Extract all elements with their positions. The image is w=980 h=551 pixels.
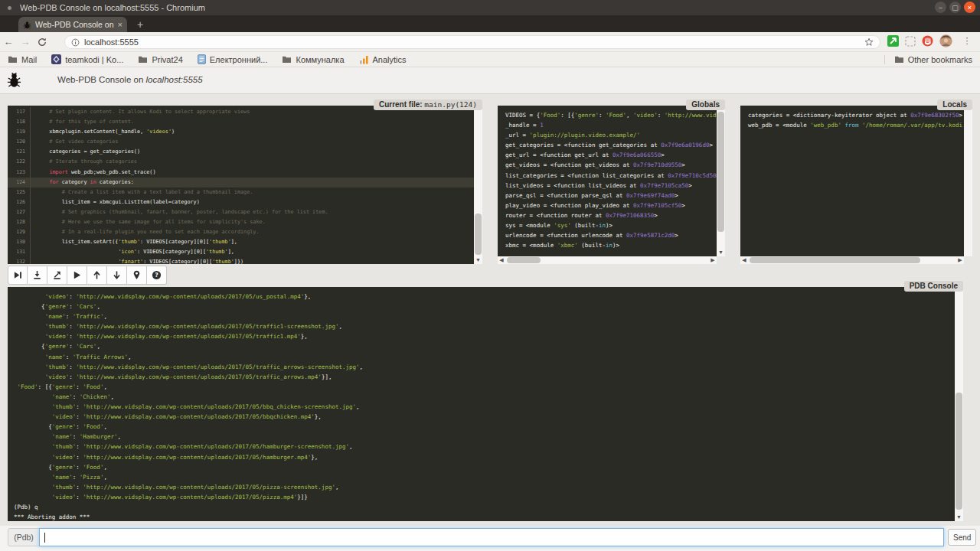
code-line: 119 xbmcplugin.setContent(_handle, 'vide… (8, 127, 474, 137)
globals-horizontal-scrollbar[interactable]: ◀ ▶ (498, 256, 717, 264)
code-line: 131 'icon': VIDEOS[category][0]['thumb']… (8, 247, 474, 257)
back-icon[interactable]: ← (0, 36, 17, 47)
forward-icon[interactable]: → (17, 36, 34, 47)
command-input[interactable] (39, 528, 944, 546)
console-line: {'genre': 'Cars', (14, 341, 955, 351)
globals-view[interactable]: VIDEOS = {'Food': [{'genre': 'Food', 'vi… (498, 106, 717, 256)
bookmark-item[interactable]: Analytics (359, 55, 407, 64)
console-output[interactable]: 'video': 'http://www.vidsplay.com/wp-con… (8, 287, 955, 521)
kodi-icon (51, 54, 61, 64)
console-line: 'video': 'http://www.vidsplay.com/wp-con… (14, 372, 955, 382)
locals-horizontal-scrollbar[interactable]: ◀ ▶ (740, 256, 964, 264)
code-line: 120 # Get video categories (8, 137, 474, 147)
bookmark-item[interactable]: Privat24 (138, 55, 182, 64)
console-vertical-scrollbar[interactable]: ▼ (955, 287, 963, 521)
next-button[interactable] (8, 266, 28, 285)
reload-icon[interactable] (34, 37, 51, 47)
profile-avatar[interactable] (939, 34, 952, 47)
folder-icon (8, 55, 18, 64)
current-file-panel: Current file: main.py(124) 117 # Set plu… (8, 106, 482, 264)
console-line: 'video': 'http://www.vidsplay.com/wp-con… (14, 292, 955, 302)
svg-text:?: ? (155, 272, 158, 279)
document-icon (198, 54, 206, 64)
locals-view[interactable]: categories = <dictionary-keyiterator obj… (740, 106, 964, 256)
console-line: 'Food': [{'genre': 'Food', (14, 382, 955, 392)
bug-favicon-icon (23, 21, 31, 29)
close-button[interactable]: × (964, 2, 975, 13)
scroll-thumb[interactable] (750, 257, 920, 263)
scroll-left-arrow-icon[interactable]: ◀ (740, 257, 748, 263)
tab-title: Web-PDB Console on loca (35, 20, 115, 29)
console-line: {'genre': 'Cars', (14, 302, 955, 311)
new-tab-button[interactable]: + (133, 18, 147, 31)
help-button[interactable]: ? (147, 266, 167, 285)
scroll-right-arrow-icon[interactable]: ▶ (709, 257, 717, 263)
other-bookmarks[interactable]: Other bookmarks (884, 55, 972, 64)
browser-navbar: ← → localhost:5555 ⋮ (0, 32, 980, 52)
console-line: 'video': 'http://www.vidsplay.com/wp-con… (14, 452, 955, 462)
bookmark-item[interactable]: Mail (8, 55, 37, 64)
console-line: 'video': 'http://www.vidsplay.com/wp-con… (14, 331, 955, 341)
url-text[interactable]: localhost:5555 (84, 37, 139, 47)
scroll-right-arrow-icon[interactable]: ▶ (956, 257, 964, 263)
tab-webpdb[interactable]: Web-PDB Console on loca × (18, 17, 127, 32)
stack-down-button[interactable] (107, 266, 127, 285)
globals-line: get_categories = <function get_categorie… (505, 140, 717, 150)
line-number: 124 (8, 178, 31, 187)
dashed-placeholder-extension-icon[interactable] (905, 36, 916, 47)
scroll-down-arrow-icon[interactable]: ▼ (717, 249, 725, 256)
info-icon[interactable] (71, 38, 80, 47)
globals-line: urlencode = <function urlencode at 0x7f9… (505, 230, 717, 240)
scroll-down-arrow-icon[interactable]: ▼ (955, 514, 963, 521)
code-vertical-scrollbar[interactable]: ▼ (474, 106, 482, 264)
bookmark-label: Mail (21, 55, 37, 64)
window-icon (8, 6, 11, 10)
scroll-down-arrow-icon[interactable]: ▼ (474, 256, 482, 264)
console-line: 'thumb': 'http://www.vidsplay.com/wp-con… (14, 321, 955, 331)
scroll-left-arrow-icon[interactable]: ◀ (498, 257, 505, 263)
bookmark-item[interactable]: Електронний... (198, 54, 268, 64)
green-cast-extension-icon[interactable] (887, 35, 899, 47)
line-number: 118 (8, 117, 31, 127)
globals-line: xbmc = <module 'xbmc' (built-in)> (505, 240, 717, 250)
continue-button[interactable] (67, 266, 87, 285)
minimize-button[interactable]: − (935, 2, 946, 13)
scroll-thumb[interactable] (956, 393, 962, 510)
console-line: 'video': 'http://www.vidsplay.com/wp-con… (14, 412, 955, 422)
globals-line: parse_qsl = <function parse_qsl at 0x7f9… (505, 191, 717, 201)
code-line: 130 list_item.setArt({'thumb': VIDEOS[ca… (8, 237, 474, 247)
return-button[interactable] (47, 266, 67, 285)
where-button[interactable] (127, 266, 147, 285)
locals-line: web_pdb = <module 'web_pdb' from '/home/… (748, 120, 964, 130)
bookmark-star-icon[interactable] (864, 37, 874, 47)
globals-line: list_videos = <function list_videos at 0… (505, 181, 717, 191)
debugger-toolbar: ? (8, 266, 167, 285)
console-line: *** Aborting addon *** (14, 512, 955, 521)
address-bar[interactable]: localhost:5555 (64, 35, 880, 49)
code-line: 118 # for this type of content. (8, 117, 474, 127)
menu-dots-icon[interactable]: ⋮ (959, 36, 975, 46)
page-header: Web-PDB Console on localhost:5555 (0, 67, 980, 94)
stack-up-button[interactable] (87, 266, 107, 285)
bookmark-item[interactable]: teamkodi | Ko... (51, 54, 123, 64)
globals-vertical-scrollbar[interactable]: ▼ (717, 106, 725, 256)
locals-tag: Locals (937, 99, 972, 110)
step-into-icon (32, 270, 42, 280)
locals-vertical-scrollbar[interactable] (964, 106, 972, 256)
scroll-thumb[interactable] (717, 112, 724, 233)
scroll-thumb[interactable] (475, 214, 482, 255)
line-number: 128 (8, 217, 31, 227)
tab-close-icon[interactable]: × (118, 20, 122, 29)
send-button[interactable]: Send (948, 529, 976, 546)
line-number: 125 (8, 187, 31, 197)
scroll-thumb[interactable] (507, 257, 541, 263)
maximize-button[interactable]: ▢ (949, 2, 961, 13)
line-number: 120 (8, 137, 31, 147)
code-line: 127 # Set graphics (thumbnail, fanart, b… (8, 207, 474, 217)
source-code-view[interactable]: 117 # Set plugin content. It allows Kodi… (8, 106, 474, 264)
red-blocker-extension-icon[interactable] (922, 35, 933, 47)
code-line: 123 import web_pdb;web_pdb.set_trace() (8, 168, 474, 178)
bookmark-item[interactable]: Коммуналка (282, 55, 344, 64)
bookmark-label: Analytics (373, 55, 407, 64)
step-into-button[interactable] (28, 266, 47, 285)
